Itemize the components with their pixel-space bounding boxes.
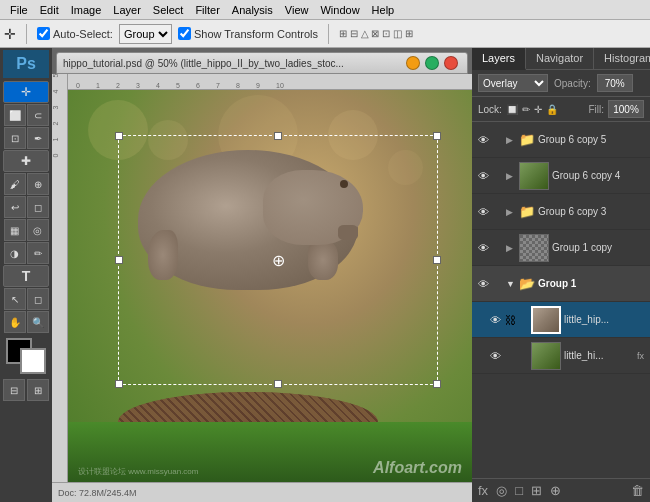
pen-btn[interactable]: ✏ — [27, 242, 49, 264]
visibility-group1copy[interactable]: 👁 — [476, 241, 490, 255]
tab-layers[interactable]: Layers — [472, 48, 526, 70]
close-btn[interactable] — [444, 56, 458, 70]
layer-item-group6copy4[interactable]: 👁 ▶ Group 6 copy 4 — [472, 158, 650, 194]
menu-window[interactable]: Window — [314, 4, 365, 16]
visibility-group6copy3[interactable]: 👁 — [476, 205, 490, 219]
tick-v-3: 3 — [52, 106, 59, 110]
menu-layer[interactable]: Layer — [107, 4, 147, 16]
maximize-btn[interactable] — [425, 56, 439, 70]
healing-tool-btn[interactable]: ✚ — [3, 150, 49, 172]
background-color[interactable] — [20, 348, 46, 374]
menu-view[interactable]: View — [279, 4, 315, 16]
menu-image[interactable]: Image — [65, 4, 108, 16]
tick-9: 9 — [256, 82, 276, 89]
layer-item-group1copy[interactable]: 👁 ▶ Group 1 copy — [472, 230, 650, 266]
bokeh-1 — [88, 100, 148, 160]
shape-btn[interactable]: ◻ — [27, 288, 49, 310]
handle-tr[interactable] — [433, 132, 441, 140]
paint-lock-icon[interactable]: ✏ — [522, 104, 530, 115]
tab-navigator[interactable]: Navigator — [526, 48, 594, 69]
history-btn[interactable]: ↩ — [4, 196, 26, 218]
marquee-tool-btn[interactable]: ⬜ — [4, 104, 26, 126]
fill-input[interactable] — [608, 100, 644, 118]
zoom-btn[interactable]: 🔍 — [27, 311, 49, 333]
show-transform-checkbox[interactable] — [178, 27, 191, 40]
menu-select[interactable]: Select — [147, 4, 190, 16]
expand-group1copy[interactable]: ▶ — [506, 243, 516, 253]
stamp-tool-btn[interactable]: ⊕ — [27, 173, 49, 195]
hand-btn[interactable]: ✋ — [4, 311, 26, 333]
visibility-little-hip[interactable]: 👁 — [488, 313, 502, 327]
layer-item-group1[interactable]: 👁 ▼ 📂 Group 1 — [472, 266, 650, 302]
chain-little-hip: ⛓ — [505, 314, 515, 326]
canvas-image[interactable]: ⊕ Alfoart.com 设计联盟论坛 www.missyuan.com — [68, 90, 472, 482]
handle-bm[interactable] — [274, 380, 282, 388]
tick-3: 3 — [136, 82, 156, 89]
path-select-btn[interactable]: ↖ — [4, 288, 26, 310]
tick-4: 4 — [156, 82, 176, 89]
menu-help[interactable]: Help — [366, 4, 401, 16]
thumb-little-hi2 — [531, 342, 561, 370]
blend-mode-select[interactable]: Overlay Normal Multiply Screen — [478, 74, 548, 92]
blur-btn[interactable]: ◎ — [27, 219, 49, 241]
tab-histogram[interactable]: Histogram — [594, 48, 650, 69]
handle-br[interactable] — [433, 380, 441, 388]
layer-list[interactable]: 👁 ▶ 📁 Group 6 copy 5 👁 ▶ Group 6 copy 4 … — [472, 122, 650, 478]
full-screen-btn[interactable]: ⊞ — [27, 379, 49, 401]
layer-item-group6copy5[interactable]: 👁 ▶ 📁 Group 6 copy 5 — [472, 122, 650, 158]
eraser-btn[interactable]: ◻ — [27, 196, 49, 218]
fx-badge-little-hi2: fx — [635, 351, 646, 361]
move-lock-icon[interactable]: ✛ — [534, 104, 542, 115]
move-tool-icon: ✛ — [4, 26, 16, 42]
handle-bl[interactable] — [115, 380, 123, 388]
expand-group6copy4[interactable]: ▶ — [506, 171, 516, 181]
minimize-btn[interactable] — [406, 56, 420, 70]
ps-logo: Ps — [3, 50, 49, 78]
layer-item-little-hi2[interactable]: 👁 little_hi... fx — [472, 338, 650, 374]
folder-group6copy3: 📁 — [519, 204, 535, 219]
visibility-group6copy4[interactable]: 👁 — [476, 169, 490, 183]
adjustment-btn[interactable]: ◎ — [496, 483, 507, 498]
auto-select-dropdown[interactable]: Group Layer — [119, 24, 172, 44]
panels: Layers Navigator Histogram Overlay Norma… — [472, 48, 650, 502]
opacity-input[interactable] — [597, 74, 633, 92]
visibility-little-hi2[interactable]: 👁 — [488, 349, 502, 363]
dodge-btn[interactable]: ◑ — [4, 242, 26, 264]
expand-group6copy3[interactable]: ▶ — [506, 207, 516, 217]
move-tool-btn[interactable]: ✛ — [3, 81, 49, 103]
options-bar: ✛ Auto-Select: Group Layer Show Transfor… — [0, 20, 650, 48]
lock-icon[interactable]: 🔲 — [506, 104, 518, 115]
new-group-btn[interactable]: ⊞ — [531, 483, 542, 498]
new-layer-btn[interactable]: ⊕ — [550, 483, 561, 498]
all-lock-icon[interactable]: 🔒 — [546, 104, 558, 115]
expand-group6copy5[interactable]: ▶ — [506, 135, 516, 145]
expand-group1[interactable]: ▼ — [506, 279, 516, 289]
text-tool-btn[interactable]: T — [3, 265, 49, 287]
crop-tool-btn[interactable]: ⊡ — [4, 127, 26, 149]
visibility-group6copy5[interactable]: 👁 — [476, 133, 490, 147]
brush-tool-btn[interactable]: 🖌 — [4, 173, 26, 195]
menu-filter[interactable]: Filter — [189, 4, 225, 16]
delete-layer-btn[interactable]: 🗑 — [631, 483, 644, 498]
menu-analysis[interactable]: Analysis — [226, 4, 279, 16]
layer-item-group6copy3[interactable]: 👁 ▶ 📁 Group 6 copy 3 — [472, 194, 650, 230]
lasso-tool-btn[interactable]: ⊂ — [27, 104, 49, 126]
gradient-btn[interactable]: ▦ — [4, 219, 26, 241]
fx-btn[interactable]: fx — [478, 483, 488, 498]
layer-name-group1: Group 1 — [538, 278, 646, 289]
visibility-group1[interactable]: 👁 — [476, 277, 490, 291]
layer-name-little-hip: little_hip... — [564, 314, 646, 325]
menu-file[interactable]: File — [4, 4, 34, 16]
layer-item-little-hip[interactable]: 👁 ⛓ little_hip... — [472, 302, 650, 338]
color-swatch[interactable] — [6, 338, 46, 374]
handle-mr[interactable] — [433, 256, 441, 264]
gradient-tools: ▦ ◎ — [4, 219, 49, 241]
screen-mode-btn[interactable]: ⊟ — [3, 379, 25, 401]
mask-btn[interactable]: □ — [515, 483, 523, 498]
handle-ml[interactable] — [115, 256, 123, 264]
eyedropper-tool-btn[interactable]: ✒ — [27, 127, 49, 149]
auto-select-checkbox[interactable] — [37, 27, 50, 40]
menu-edit[interactable]: Edit — [34, 4, 65, 16]
divider — [26, 24, 27, 44]
status-bar: Doc: 72.8M/245.4M — [52, 482, 472, 502]
